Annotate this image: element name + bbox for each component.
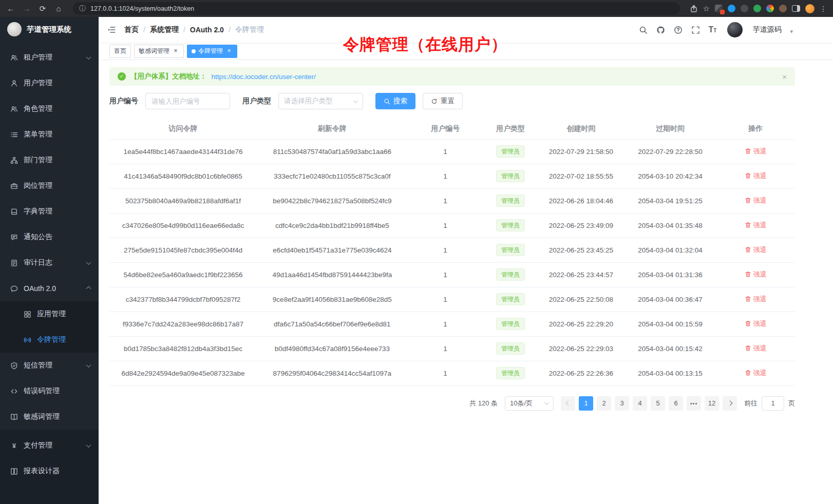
share-icon[interactable] [690, 5, 698, 13]
fullscreen-icon[interactable] [691, 26, 700, 34]
page-button[interactable]: 4 [633, 396, 647, 411]
page-button[interactable]: 1 [579, 396, 593, 411]
user-type-select[interactable]: 请选择用户类型 [278, 93, 363, 109]
breadcrumb-oauth2[interactable]: OAuth 2.0 [190, 26, 224, 34]
sidebar-item-payment[interactable]: 支付管理 [0, 433, 99, 458]
github-icon[interactable] [656, 26, 665, 34]
force-logout-button[interactable]: 强退 [745, 295, 767, 304]
col-user-type: 用户类型 [483, 119, 538, 139]
extension-icon[interactable] [728, 5, 735, 12]
search-button[interactable]: 搜索 [375, 93, 415, 109]
prev-page-button[interactable] [561, 396, 575, 411]
force-logout-button[interactable]: 强退 [745, 369, 767, 378]
active-dot-icon [192, 49, 196, 53]
force-logout-button[interactable]: 强退 [745, 147, 767, 156]
force-logout-button[interactable]: 强退 [745, 221, 767, 230]
goto-page-input[interactable] [762, 396, 784, 411]
breadcrumb-system[interactable]: 系统管理 [150, 25, 179, 34]
sidebar-item-role[interactable]: 角色管理 [0, 96, 99, 122]
sidebar-item-menu[interactable]: 菜单管理 [0, 122, 99, 147]
force-logout-button[interactable]: 强退 [745, 196, 767, 205]
breadcrumb-home[interactable]: 首页 [124, 25, 139, 34]
force-logout-button[interactable]: 强退 [745, 171, 767, 181]
browser-refresh-icon[interactable]: ⟳ [38, 4, 47, 13]
sidebar-item-report-designer[interactable]: 报表设计器 [0, 458, 99, 484]
sidebar-item-tenant[interactable]: 租户管理 [0, 45, 99, 70]
side-panel-icon[interactable] [792, 5, 800, 12]
sidebar-item-post[interactable]: 岗位管理 [0, 173, 99, 199]
more-pages-button[interactable]: ••• [687, 396, 701, 411]
browser-forward-icon[interactable]: → [22, 4, 31, 13]
sidebar-item-notice[interactable]: 通知公告 [0, 224, 99, 250]
sidebar-item-audit-log[interactable]: 审计日志 [0, 250, 99, 276]
force-logout-button[interactable]: 强退 [745, 319, 767, 328]
sidebar-item-error-code[interactable]: 错误码管理 [0, 378, 99, 404]
doc-link[interactable]: https://doc.iocoder.cn/user-center/ [212, 73, 316, 81]
user-name[interactable]: 芋道源码 [752, 25, 781, 34]
sidebar-item-sms[interactable]: 短信管理 [0, 353, 99, 378]
force-logout-button[interactable]: 强退 [745, 344, 767, 353]
browser-back-icon[interactable]: ← [6, 4, 15, 13]
page-button[interactable]: 3 [615, 396, 629, 411]
extension-icon[interactable] [753, 5, 761, 12]
code-icon [10, 387, 18, 395]
last-page-button[interactable]: 12 [705, 396, 719, 411]
extension-icon[interactable] [741, 5, 748, 12]
tab-home[interactable]: 首页 [109, 45, 131, 58]
extension-icon[interactable] [779, 5, 787, 12]
sidebar-item-oauth2[interactable]: OAuth 2.0 [0, 276, 99, 301]
tab-token[interactable]: 令牌管理× [187, 45, 237, 58]
alert-close-icon[interactable]: × [782, 72, 787, 81]
trash-icon [745, 172, 751, 179]
extension-icon[interactable] [766, 5, 774, 12]
site-info-icon[interactable]: ⓘ [79, 4, 86, 13]
trash-icon [745, 345, 751, 352]
force-logout-button[interactable]: 强退 [745, 270, 767, 279]
close-tab-icon[interactable]: × [225, 48, 233, 55]
sidebar-item-user[interactable]: 用户管理 [0, 70, 99, 96]
user-type-cell: 管理员 [483, 139, 538, 164]
page-button[interactable]: 6 [669, 396, 683, 411]
next-page-button[interactable] [723, 396, 737, 411]
extension-icon[interactable] [715, 5, 723, 12]
bookmark-star-icon[interactable]: ☆ [703, 4, 710, 13]
avatar[interactable] [727, 22, 743, 37]
browser-profile-avatar[interactable] [805, 4, 815, 13]
font-size-icon[interactable]: TT [709, 26, 717, 34]
annotation-text: 令牌管理（在线用户） [343, 34, 507, 55]
close-tab-icon[interactable]: × [172, 48, 179, 55]
access-token-cell: 502375b8040a469a9b82188afdf6af1f [109, 188, 257, 213]
sidebar-item-department[interactable]: 部门管理 [0, 147, 99, 173]
actions-cell: 强退 [716, 262, 795, 287]
refresh-icon [431, 98, 438, 105]
caret-down-icon[interactable]: ▾ [790, 28, 793, 35]
page-size-select[interactable]: 10条/页 [505, 396, 554, 411]
search-icon[interactable] [639, 26, 648, 34]
force-logout-button[interactable]: 强退 [745, 245, 767, 255]
sidebar-item-oauth2-apps[interactable]: 应用管理 [0, 301, 99, 327]
page-button[interactable]: 5 [651, 396, 665, 411]
collapse-sidebar-icon[interactable] [107, 25, 116, 34]
user-id-input[interactable] [145, 93, 230, 109]
sidebar-item-oauth2-tokens[interactable]: 令牌管理 [0, 327, 99, 353]
help-icon[interactable] [674, 26, 683, 34]
col-created-time: 创建时间 [538, 119, 624, 139]
user-type-cell: 管理员 [483, 336, 538, 361]
table-row: 275e5de9151045fe87cbdc395e004f4d e6cfd40… [109, 238, 795, 262]
sidebar-item-dictionary[interactable]: 字典管理 [0, 199, 99, 224]
expire-time-cell: 2054-03-04 19:51:25 [624, 188, 716, 213]
user-id-cell: 1 [408, 262, 483, 287]
tab-sensitive-word[interactable]: 敏感词管理× [134, 45, 184, 58]
browser-home-icon[interactable]: ⌂ [54, 4, 63, 13]
browser-menu-icon[interactable]: ⋮ [820, 5, 827, 13]
user-type-cell: 管理员 [483, 213, 538, 238]
actions-cell: 强退 [716, 238, 795, 262]
sidebar-item-sensitive-word[interactable]: 敏感词管理 [0, 404, 99, 430]
created-time-cell: 2022-06-25 22:29:03 [538, 336, 624, 361]
user-type-badge: 管理员 [496, 293, 525, 305]
reset-button[interactable]: 重置 [423, 93, 463, 109]
success-icon: ✓ [118, 72, 126, 81]
address-bar[interactable]: ⓘ 127.0.0.1:1024/system/oauth2/token [73, 2, 680, 15]
page-button[interactable]: 2 [597, 396, 611, 411]
actions-cell: 强退 [716, 361, 795, 385]
